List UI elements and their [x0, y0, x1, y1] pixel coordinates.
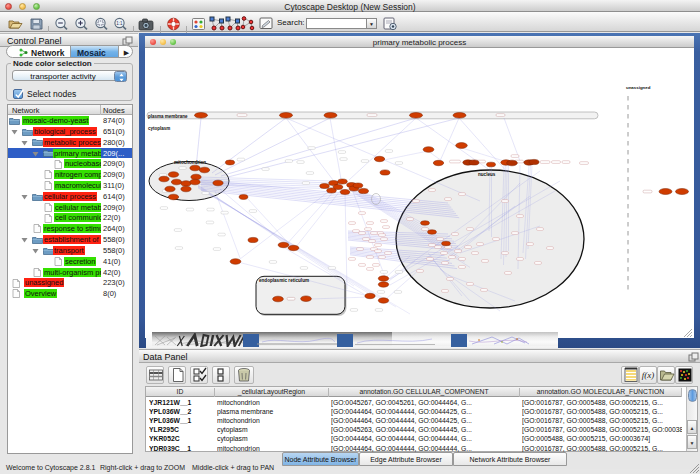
svg-text:mitochondrion: mitochondrion — [174, 160, 206, 165]
svg-text:plasma membrane: plasma membrane — [148, 114, 188, 119]
svg-text:cytoplasm: cytoplasm — [148, 126, 170, 131]
svg-text:nucleus: nucleus — [478, 172, 496, 177]
svg-text:unassigned: unassigned — [626, 85, 651, 90]
svg-text:endoplasmic reticulum: endoplasmic reticulum — [259, 278, 309, 283]
svg-text:1:1: 1:1 — [116, 21, 123, 26]
